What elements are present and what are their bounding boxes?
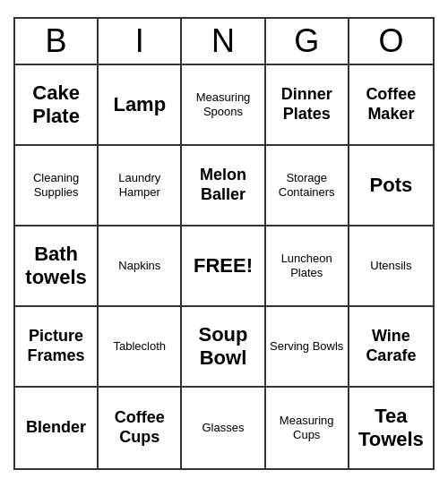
bingo-cell-6: Laundry Hamper (99, 146, 182, 226)
bingo-cell-10: Bath towels (15, 226, 99, 307)
bingo-cell-17: Soup Bowl (182, 307, 265, 388)
bingo-header: BINGO (15, 19, 433, 65)
bingo-cell-15: Picture Frames (15, 307, 99, 388)
bingo-cell-8: Storage Containers (266, 146, 349, 226)
bingo-cell-12: FREE! (182, 226, 265, 307)
bingo-cell-3: Dinner Plates (266, 65, 349, 146)
bingo-cell-22: Glasses (182, 388, 265, 468)
bingo-cell-18: Serving Bowls (266, 307, 349, 388)
bingo-cell-14: Utensils (349, 226, 433, 307)
bingo-letter-b: B (15, 19, 99, 64)
bingo-cell-19: Wine Carafe (349, 307, 433, 388)
bingo-cell-20: Blender (15, 388, 99, 468)
bingo-letter-g: G (266, 19, 349, 64)
bingo-letter-o: O (349, 19, 433, 64)
bingo-cell-13: Luncheon Plates (266, 226, 349, 307)
bingo-grid: Cake PlateLampMeasuring SpoonsDinner Pla… (15, 65, 433, 468)
bingo-cell-16: Tablecloth (99, 307, 182, 388)
bingo-cell-24: Tea Towels (349, 388, 433, 468)
bingo-letter-n: N (182, 19, 265, 64)
bingo-letter-i: I (99, 19, 182, 64)
bingo-cell-23: Measuring Cups (266, 388, 349, 468)
bingo-cell-11: Napkins (99, 226, 182, 307)
bingo-card: BINGO Cake PlateLampMeasuring SpoonsDinn… (13, 17, 435, 470)
bingo-cell-9: Pots (349, 146, 433, 226)
bingo-cell-7: Melon Baller (182, 146, 265, 226)
bingo-cell-1: Lamp (99, 65, 182, 146)
bingo-cell-5: Cleaning Supplies (15, 146, 99, 226)
bingo-cell-21: Coffee Cups (99, 388, 182, 468)
bingo-cell-2: Measuring Spoons (182, 65, 265, 146)
bingo-cell-0: Cake Plate (15, 65, 99, 146)
bingo-cell-4: Coffee Maker (349, 65, 433, 146)
